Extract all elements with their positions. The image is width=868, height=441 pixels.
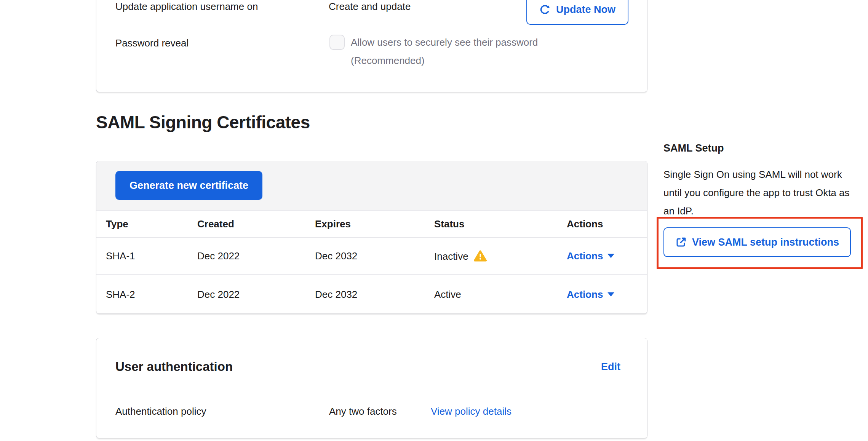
cert-status: Active (434, 288, 461, 300)
column-header-created: Created (197, 218, 234, 230)
page: Update application username on Create an… (0, 0, 868, 441)
chevron-down-icon (607, 254, 614, 258)
annotation-highlight: View SAML setup instructions (657, 217, 863, 269)
update-now-button[interactable]: Update Now (526, 0, 628, 25)
update-now-label: Update Now (556, 4, 615, 16)
user-authentication-card: User authentication Edit Authentication … (96, 338, 647, 438)
page-title: SAML Signing Certificates (96, 112, 310, 133)
cert-expires: Dec 2032 (315, 288, 357, 300)
cert-expires: Dec 2032 (315, 250, 357, 262)
saml-setup-title: SAML Setup (663, 142, 724, 154)
column-header-actions: Actions (567, 218, 603, 230)
certificates-toolbar: Generate new certificate (96, 161, 647, 211)
status-text: Inactive (434, 251, 468, 262)
column-header-type: Type (106, 218, 128, 230)
cert-status: Inactive (434, 249, 487, 262)
actions-dropdown[interactable]: Actions (567, 288, 614, 300)
edit-link[interactable]: Edit (601, 361, 620, 373)
chevron-down-icon (607, 292, 614, 296)
column-header-status: Status (434, 218, 464, 230)
column-header-expires: Expires (315, 218, 351, 230)
external-link-icon (675, 236, 687, 248)
password-reveal-caption: Allow users to securely see their passwo… (351, 33, 579, 70)
password-reveal-checkbox[interactable] (329, 35, 345, 50)
view-policy-details-link[interactable]: View policy details (431, 405, 512, 418)
password-reveal-label: Password reveal (115, 37, 189, 50)
actions-dropdown[interactable]: Actions (567, 250, 614, 262)
actions-label: Actions (567, 250, 603, 262)
saml-setup-description: Single Sign On using SAML will not work … (663, 165, 856, 220)
table-row: SHA-2 Dec 2022 Dec 2032 Active Actions (96, 274, 647, 314)
sign-on-settings-card: Update application username on Create an… (96, 0, 647, 92)
authentication-policy-label: Authentication policy (115, 405, 206, 418)
user-authentication-title: User authentication (115, 360, 233, 374)
cert-created: Dec 2022 (197, 250, 240, 262)
cert-created: Dec 2022 (197, 288, 240, 300)
cert-type: SHA-1 (106, 250, 135, 262)
certificates-card: Generate new certificate Type Created Ex… (96, 161, 647, 314)
refresh-icon (539, 4, 551, 15)
cert-type: SHA-2 (106, 288, 135, 300)
update-username-value: Create and update (329, 0, 411, 13)
warning-triangle-icon (474, 249, 487, 262)
generate-certificate-button[interactable]: Generate new certificate (115, 171, 262, 200)
table-header-row: Type Created Expires Status Actions (96, 211, 647, 237)
view-saml-setup-instructions-label: View SAML setup instructions (692, 236, 839, 248)
update-username-label: Update application username on (115, 0, 258, 13)
table-row: SHA-1 Dec 2022 Dec 2032 Inactive Actions (96, 237, 647, 274)
authentication-policy-value: Any two factors (329, 405, 397, 418)
actions-label: Actions (567, 288, 603, 300)
view-saml-setup-instructions-button[interactable]: View SAML setup instructions (663, 227, 851, 257)
